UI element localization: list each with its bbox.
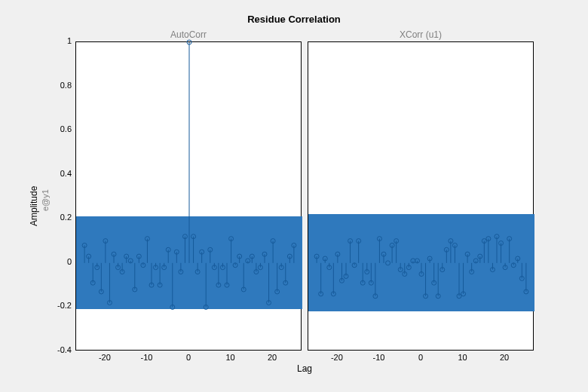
chart-title: Residue Correlation xyxy=(0,14,588,25)
axes-xcorr xyxy=(308,41,534,351)
y-tick-label: 1 xyxy=(41,36,72,45)
x-tick-label: -10 xyxy=(367,353,390,362)
x-tick-label: 20 xyxy=(261,353,283,362)
y-tick-label: 0.4 xyxy=(41,169,72,178)
x-tick-label: 0 xyxy=(409,353,432,362)
stem-layer-right xyxy=(308,42,534,351)
y-tick-label: 0.6 xyxy=(41,124,72,133)
left-subtitle: AutoCorr xyxy=(75,29,302,40)
x-tick-label: -10 xyxy=(135,353,158,362)
stem-layer-left xyxy=(76,42,302,351)
x-tick-label: 0 xyxy=(177,353,200,362)
y-tick-label: 0 xyxy=(41,257,72,266)
x-tick-label: 10 xyxy=(452,353,474,362)
x-tick-label: -20 xyxy=(93,353,116,362)
y-axis-sublabel: e@y1 xyxy=(41,189,50,211)
axes-autocorr xyxy=(75,41,302,351)
y-tick-label: 0.8 xyxy=(41,81,72,90)
y-tick-label: -0.2 xyxy=(41,301,72,310)
svg-point-137 xyxy=(386,261,390,265)
x-tick-label: 20 xyxy=(493,353,516,362)
figure-container: Residue Correlation AutoCorr XCorr (u1) … xyxy=(0,0,588,392)
x-tick-label: 10 xyxy=(219,353,242,362)
y-tick-label: 0.2 xyxy=(41,213,72,222)
right-subtitle: XCorr (u1) xyxy=(308,29,534,40)
y-tick-label: -0.4 xyxy=(41,345,72,354)
x-tick-label: -20 xyxy=(326,353,348,362)
y-axis-label: Amplitude xyxy=(29,186,39,226)
x-axis-label: Lag xyxy=(75,363,534,374)
